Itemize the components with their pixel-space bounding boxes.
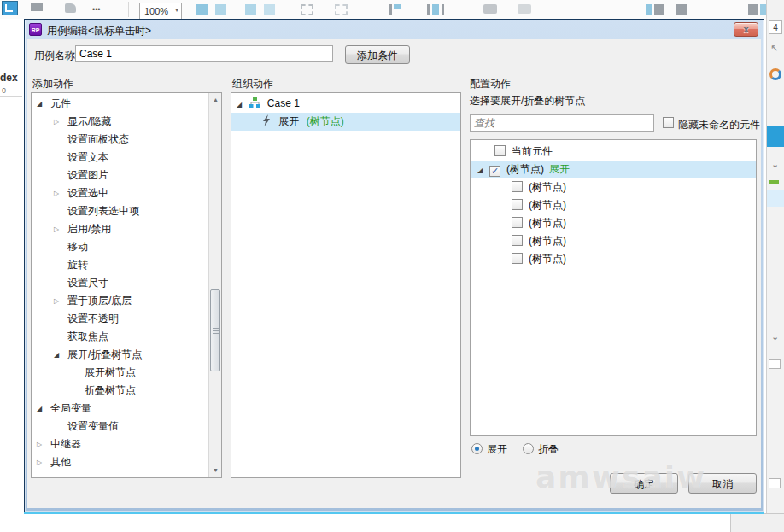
action-tree-label: 折叠树节点 (85, 384, 136, 396)
flag-pole-icon[interactable] (389, 4, 392, 15)
chevron-down-icon: ▾ (175, 6, 178, 14)
bars-blue-icon (432, 4, 439, 15)
checked-checkbox[interactable]: ✓ (489, 166, 500, 177)
action-tree-item[interactable]: ◢展开/折叠树节点 (32, 346, 208, 364)
expand-arrow-icon[interactable]: ▷ (54, 184, 67, 202)
target-tree-item[interactable]: (树节点) (471, 196, 756, 214)
ungroup-icon[interactable] (676, 4, 687, 15)
expand-arrow-icon[interactable]: ▷ (54, 292, 67, 310)
unchecked-checkbox[interactable] (512, 253, 523, 264)
action-tree-item[interactable]: ▷显示/隐藏 (32, 113, 208, 131)
action-tree-item[interactable]: ◢全局变量 (32, 400, 208, 418)
align-center-icon[interactable] (215, 4, 226, 15)
scrollbar-thumb[interactable] (210, 289, 220, 371)
hover-row-fragment (767, 190, 784, 207)
add-condition-button[interactable]: 添加条件 (345, 45, 410, 64)
scroll-down-button[interactable]: ▼ (209, 464, 222, 477)
align-bottom-icon[interactable] (264, 4, 275, 15)
group-icon[interactable] (646, 4, 652, 15)
action-tree-item[interactable]: 设置不透明 (32, 310, 208, 328)
distribute-horizontal-icon[interactable] (301, 4, 313, 15)
inspector-checkbox-fragment-2[interactable] (769, 478, 781, 488)
action-tree-label: 中继器 (50, 438, 81, 450)
chevron-down-icon[interactable]: ⌄ (771, 159, 779, 170)
action-tree-item[interactable]: 旋转 (32, 256, 208, 274)
action-tree-item[interactable]: 设置变量值 (32, 418, 208, 436)
unchecked-checkbox[interactable] (512, 217, 523, 228)
action-tree-item[interactable]: 设置图片 (32, 167, 208, 184)
color-wheel-icon[interactable] (769, 68, 781, 80)
distribute-vertical-icon[interactable] (335, 4, 348, 15)
target-tree-item[interactable]: ◢✓(树节点)展开 (471, 161, 756, 178)
action-tree-item[interactable]: 设置文本 (32, 149, 208, 167)
action-tree-item[interactable]: 设置尺寸 (32, 274, 208, 292)
format-painter-icon[interactable] (65, 3, 76, 13)
column-icon[interactable] (748, 4, 758, 15)
unchecked-checkbox[interactable] (494, 145, 506, 156)
action-tree-item[interactable]: ▷启用/禁用 (32, 220, 208, 238)
target-tree-item[interactable]: (树节点) (471, 250, 756, 268)
action-tree-item[interactable]: 折叠树节点 (32, 382, 208, 400)
action-list-scrollbar[interactable]: ▲ ▼ (208, 93, 221, 477)
collapse-radio[interactable] (523, 443, 534, 454)
collapse-arrow-icon[interactable]: ◢ (37, 400, 50, 418)
align-left-icon[interactable] (196, 4, 208, 15)
more-tools-icon[interactable]: ••• (92, 5, 100, 14)
unlock-icon[interactable] (518, 4, 531, 14)
ok-button[interactable]: 确定 (610, 473, 678, 494)
chevron-down-icon-2[interactable]: ⌄ (771, 331, 779, 342)
unchecked-checkbox[interactable] (512, 235, 523, 246)
hide-unnamed-checkbox[interactable] (663, 117, 674, 128)
undo-arrow-icon[interactable]: ↖ (770, 43, 778, 54)
case-name-input[interactable] (75, 45, 333, 62)
action-tree-label: 其他 (50, 456, 71, 468)
action-tree-item[interactable]: 获取焦点 (32, 328, 208, 346)
action-tree-item[interactable]: ▷中继器 (32, 436, 208, 453)
expand-arrow-icon[interactable]: ▷ (54, 220, 67, 238)
lightning-icon (262, 114, 271, 132)
inspector-number-field[interactable]: 4 (769, 20, 782, 34)
action-tree-item[interactable]: ▷设置选中 (32, 184, 208, 202)
action-tree-item[interactable]: 设置列表选中项 (32, 202, 208, 220)
expand-arrow-icon[interactable]: ▷ (37, 453, 50, 471)
organize-action-item[interactable]: 展开 (树节点) (231, 113, 460, 131)
action-tree-item[interactable]: 设置面板状态 (32, 131, 208, 149)
target-tree-item[interactable]: (树节点) (471, 178, 756, 196)
pin-window-icon[interactable] (2, 1, 18, 15)
case-sitemap-icon (249, 96, 260, 114)
case-editor-dialog: RP 用例编辑<鼠标单击时> x 用例名称 添加条件 添加动作 组织动作 配置动… (24, 19, 764, 512)
publish-icon[interactable] (31, 3, 43, 11)
action-tree-item[interactable]: 展开树节点 (32, 364, 208, 382)
cancel-button[interactable]: 取消 (688, 473, 757, 494)
collapse-arrow-icon[interactable]: ◢ (54, 346, 67, 364)
dialog-titlebar[interactable]: RP 用例编辑<鼠标单击时> x (27, 22, 761, 39)
case-tree-item[interactable]: ◢ Case 1 (231, 95, 460, 113)
expand-arrow-icon[interactable]: ▷ (37, 436, 50, 453)
target-tree-item[interactable]: 当前元件 (471, 143, 756, 161)
unchecked-checkbox[interactable] (512, 181, 523, 192)
collapse-arrow-icon[interactable]: ◢ (237, 101, 242, 108)
collapse-arrow-icon[interactable]: ◢ (37, 95, 50, 113)
align-top-icon[interactable] (245, 4, 256, 15)
inspector-checkbox-fragment[interactable] (769, 359, 781, 369)
page-tab-fragment[interactable]: dex (0, 72, 18, 84)
expand-radio[interactable] (471, 443, 483, 454)
action-tree-item[interactable]: ▷其他 (32, 453, 208, 471)
target-tree-item[interactable]: (树节点) (471, 232, 756, 250)
scroll-up-button[interactable]: ▲ (209, 93, 222, 107)
close-button[interactable]: x (734, 22, 758, 37)
expand-arrow-icon[interactable]: ▷ (54, 113, 67, 131)
expand-collapse-options: 展开折叠 (471, 441, 574, 456)
search-input[interactable] (470, 114, 654, 132)
action-tree-item[interactable]: ▷置于顶层/底层 (32, 292, 208, 310)
selected-row-fragment[interactable] (767, 126, 784, 147)
target-tree-item[interactable]: (树节点) (471, 214, 756, 232)
bars-icon[interactable] (427, 4, 430, 15)
unchecked-checkbox[interactable] (512, 199, 523, 210)
collapse-arrow-icon[interactable]: ◢ (477, 161, 489, 179)
action-tree-item[interactable]: 移动 (32, 238, 208, 256)
action-tree-item[interactable]: ◢元件 (32, 95, 208, 113)
organize-panel: ◢ Case 1 展开 (树节点) (231, 92, 461, 478)
expand-radio-label: 展开 (487, 443, 507, 455)
lock-icon[interactable] (483, 4, 497, 14)
